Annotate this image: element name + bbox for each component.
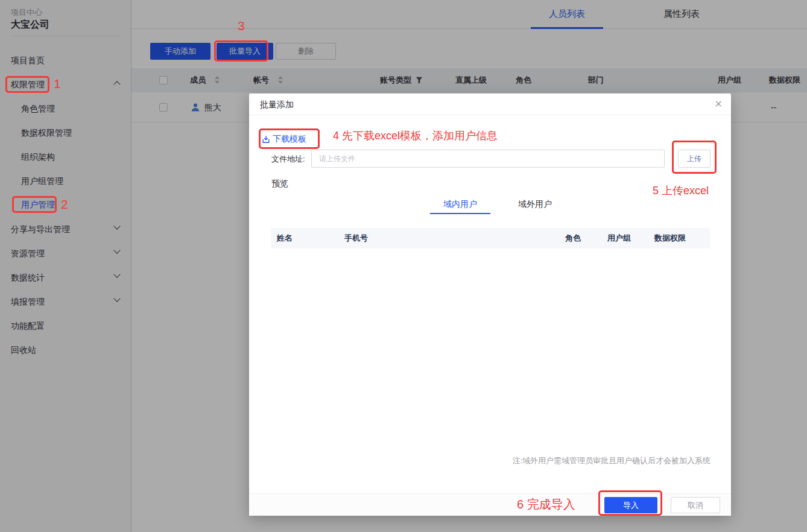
preview-column-phone: 手机号 <box>344 228 368 249</box>
download-template-label: 下载模板 <box>273 134 306 144</box>
download-icon <box>262 135 270 144</box>
preview-table-header: 姓名 手机号 角色 用户组 数据权限 <box>271 228 710 249</box>
modal-header: 批量添加 ✕ <box>249 93 731 115</box>
file-address-label: 文件地址: <box>271 154 305 165</box>
tab-internal-users[interactable]: 域内用户 <box>430 196 490 214</box>
batch-add-modal: 批量添加 ✕ 下载模板 文件地址: 上传 预览 域内用户 域外用户 姓名 手机号… <box>249 93 731 516</box>
modal-footer: 导入 取消 <box>249 493 731 516</box>
preview-column-usergroup: 用户组 <box>607 228 631 249</box>
modal-title: 批量添加 <box>260 93 294 115</box>
page: 项目中心 大宝公司 项目首页 权限管理 角色管理 数据权限管理 组织架构 用户组… <box>0 0 807 532</box>
tab-external-users[interactable]: 域外用户 <box>505 196 565 214</box>
close-icon[interactable]: ✕ <box>715 98 723 110</box>
import-button[interactable]: 导入 <box>604 497 657 513</box>
cancel-button[interactable]: 取消 <box>671 497 720 513</box>
preview-column-data-permission: 数据权限 <box>654 228 686 249</box>
preview-label: 预览 <box>271 179 288 189</box>
download-template-button[interactable]: 下载模板 <box>262 131 306 147</box>
preview-column-role: 角色 <box>565 228 581 249</box>
external-user-note: 注:域外用户需域管理员审批且用户确认后才会被加入系统 <box>512 455 710 466</box>
preview-column-name: 姓名 <box>277 228 293 249</box>
file-path-input[interactable] <box>311 150 665 168</box>
upload-button[interactable]: 上传 <box>678 150 710 168</box>
